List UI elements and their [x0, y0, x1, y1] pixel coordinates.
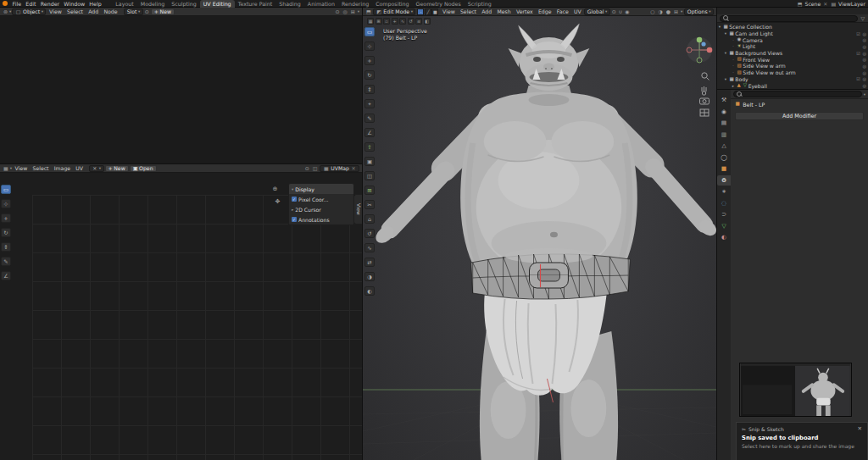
display-panel-header[interactable]: ▾ Display: [289, 184, 353, 194]
close-icon[interactable]: ✕: [858, 425, 862, 432]
sidebar-view-tab[interactable]: View: [353, 194, 362, 224]
uv-canvas[interactable]: ▭ ⊹ + ↻ ⇕ ✎ ∠ ⊕ ✥ ▾ Display Pixel Coor..…: [0, 173, 362, 460]
tool-select-box-icon[interactable]: ▭: [364, 27, 375, 36]
add-modifier-button[interactable]: Add Modifier: [735, 112, 864, 120]
hide-icon[interactable]: ◎: [862, 83, 866, 88]
tool-extrude-icon[interactable]: ⇧: [364, 142, 375, 152]
expand-arrow-icon[interactable]: ▾: [723, 51, 728, 55]
dropdown-caret-icon[interactable]: ▾: [358, 9, 359, 14]
menu-window[interactable]: Window: [62, 1, 87, 7]
menu-file[interactable]: File: [10, 1, 24, 7]
uvmap-selector[interactable]: ▦ UVMap ✕: [320, 165, 359, 172]
tab-scene-icon[interactable]: △: [717, 141, 731, 151]
menu-edit[interactable]: Edit: [24, 1, 38, 7]
tool-annotate-icon[interactable]: ✎: [1, 257, 11, 266]
tool-polybuild-icon[interactable]: ⌂: [364, 214, 375, 224]
viewport-zoom-icon[interactable]: [702, 73, 709, 80]
outliner-row-light[interactable]: · ☀ Light ◎: [717, 43, 868, 50]
viewport-ortho-toggle-icon[interactable]: [700, 109, 709, 116]
shader-menu-add[interactable]: Add: [86, 8, 101, 14]
tool-move-icon[interactable]: +: [364, 56, 375, 65]
scene-unlink-icon[interactable]: ✕: [822, 1, 828, 7]
uv-menu-uv[interactable]: UV: [74, 165, 86, 171]
outliner-item-label[interactable]: Camera: [743, 37, 763, 43]
tool-option-icon[interactable]: ≋: [415, 18, 422, 25]
hide-icon[interactable]: ◎: [862, 51, 866, 56]
menu-help[interactable]: Help: [87, 1, 104, 7]
expand-arrow-icon[interactable]: ▸: [731, 84, 736, 88]
visibility-toggles[interactable]: ◎: [862, 70, 866, 75]
outliner-row-background-views[interactable]: ▾ ▦ Background Views ☑◎: [717, 50, 868, 57]
outliner-item-label[interactable]: Light: [743, 43, 755, 49]
viewport-nav-icons[interactable]: [700, 73, 709, 116]
visibility-toggles[interactable]: ◎: [862, 37, 866, 42]
cursor-2d-row[interactable]: ▸ 2D Cursor: [289, 204, 353, 214]
tab-render-icon[interactable]: ◉: [717, 107, 731, 117]
tool-rotate-icon[interactable]: ↻: [364, 70, 375, 80]
uv-menu-view[interactable]: View: [13, 165, 30, 171]
tool-scale-icon[interactable]: ⇕: [364, 85, 375, 94]
tool-bevel-icon[interactable]: ◫: [364, 171, 375, 180]
overlay-icon[interactable]: ⊞: [350, 8, 356, 14]
outliner-item-label[interactable]: Side View w out arm: [743, 69, 795, 75]
outliner-item-label[interactable]: Eyeball: [748, 83, 767, 89]
viewlayer-selector[interactable]: ViewLayer: [838, 1, 865, 7]
hide-icon[interactable]: ◎: [862, 44, 866, 49]
tab-output-icon[interactable]: ▤: [717, 118, 731, 128]
workspace-tab-sculpting[interactable]: Sculpting: [168, 0, 199, 8]
viewport-canvas[interactable]: ▦ ⊞ ▫ + ∿ ↺ ≋ ◧ User Perspective (79) Be…: [363, 16, 716, 460]
outliner-item-label[interactable]: Scene Collection: [729, 24, 772, 30]
outliner-search-input[interactable]: [720, 15, 858, 22]
shading-wireframe-icon[interactable]: ○: [649, 8, 655, 14]
vp-menu-vertex[interactable]: Vertex: [514, 8, 535, 14]
shader-menu-node[interactable]: Node: [102, 8, 120, 14]
hide-icon[interactable]: ◎: [862, 57, 866, 62]
outliner-row-side-view-w-arm[interactable]: · ▨ Side View w arm ◎: [717, 63, 868, 69]
tab-viewlayer-icon[interactable]: ▥: [717, 130, 731, 140]
outliner-item-label[interactable]: Body: [735, 76, 748, 82]
tab-world-icon[interactable]: ◯: [717, 152, 731, 163]
visibility-toggles[interactable]: ◎: [862, 83, 866, 88]
visibility-toggles[interactable]: ☑◎: [856, 31, 866, 36]
tool-measure-icon[interactable]: ∠: [364, 128, 375, 137]
vp-menu-add[interactable]: Add: [480, 8, 494, 14]
expand-arrow-icon[interactable]: ▾: [717, 25, 722, 29]
workspace-tab-geometry-nodes[interactable]: Geometry Nodes: [413, 0, 465, 8]
tool-cursor-icon[interactable]: ⊹: [1, 199, 11, 208]
shader-menu-select[interactable]: Select: [64, 8, 85, 14]
vp-menu-mesh[interactable]: Mesh: [495, 8, 513, 14]
viewport-camera-icon[interactable]: [700, 98, 709, 104]
tool-annotate-icon[interactable]: ✎: [364, 114, 375, 123]
tool-edgeslide-icon[interactable]: ⇄: [364, 258, 375, 267]
tab-constraints-icon[interactable]: ⊃: [717, 209, 731, 219]
workspace-tab-texture-paint[interactable]: Texture Paint: [235, 0, 276, 8]
tool-shrink-icon[interactable]: ◑: [364, 272, 375, 281]
orientation-selector[interactable]: Global ▾: [584, 8, 610, 15]
annotations-checkbox[interactable]: [292, 217, 297, 222]
tool-select-box-icon[interactable]: ▭: [1, 185, 11, 194]
mode-selector[interactable]: ◩ Edit Mode ▾: [373, 8, 416, 15]
shading-material-icon[interactable]: ●: [665, 8, 671, 14]
visibility-toggles[interactable]: ◎: [862, 64, 866, 69]
navigation-gizmo[interactable]: [687, 37, 712, 63]
tab-object-icon[interactable]: ■: [717, 163, 731, 174]
edge-select-icon[interactable]: ╱: [425, 8, 431, 15]
material-slot-selector[interactable]: Slot ▾: [124, 8, 143, 15]
tool-cursor-icon[interactable]: ⊹: [364, 42, 375, 51]
tool-option-icon[interactable]: ↺: [408, 18, 415, 25]
editor-type-icon[interactable]: ⊚: [3, 8, 8, 14]
workspace-tab-shading[interactable]: Shading: [275, 0, 304, 8]
properties-options-caret-icon[interactable]: ▾: [864, 92, 865, 97]
tab-physics-icon[interactable]: ◌: [717, 198, 731, 208]
scene-selector[interactable]: Scene: [804, 1, 821, 7]
outliner-item-label[interactable]: Side View w arm: [743, 63, 786, 69]
shader-node-canvas[interactable]: [0, 16, 362, 163]
menu-render[interactable]: Render: [38, 1, 62, 7]
snip-thumbnail-image[interactable]: [739, 363, 852, 417]
visibility-toggles[interactable]: ◎: [862, 57, 866, 62]
editor-type-icon[interactable]: ▦: [3, 165, 9, 171]
viewport-scene[interactable]: [363, 16, 716, 460]
tab-tool-icon[interactable]: ⚒: [717, 95, 731, 105]
outliner-item-label[interactable]: Cam and Light: [735, 30, 772, 36]
tool-knife-icon[interactable]: ✂: [364, 200, 375, 209]
